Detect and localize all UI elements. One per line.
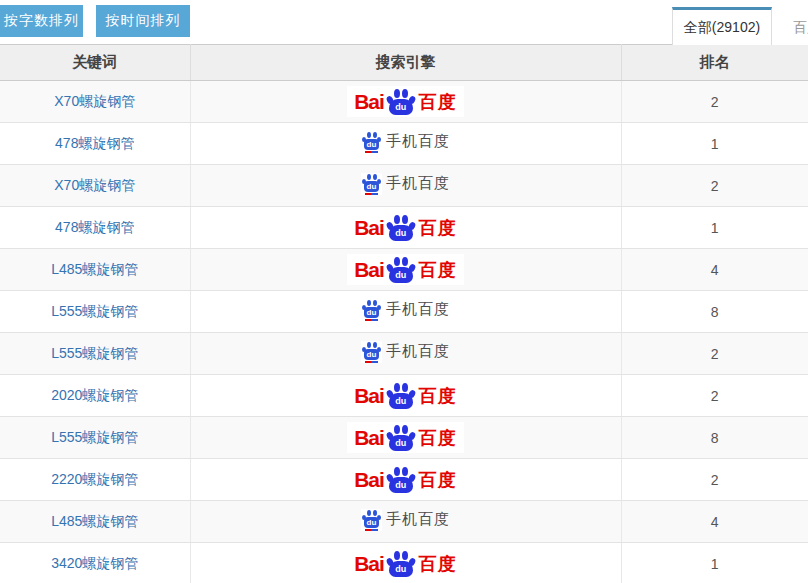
baidu-logo-bai-text: Bai (354, 553, 384, 574)
mobile-baidu-icon: du (361, 173, 382, 195)
rank-value: 2 (711, 346, 719, 362)
keyword-link[interactable]: X70螺旋钢管 (54, 177, 135, 193)
keyword-cell: L555螺旋钢管 (0, 291, 190, 333)
keyword-link[interactable]: X70螺旋钢管 (54, 93, 135, 109)
mobile-baidu-label: 手机百度 (386, 300, 450, 319)
sort-by-words-button[interactable]: 按字数排列 (0, 5, 83, 37)
baidu-logo-bai-text: Bai (354, 91, 384, 112)
table-row: X70螺旋钢管 du 手机百度 2 (0, 165, 808, 207)
table-row: 478螺旋钢管 Bai du 百度 1 (0, 207, 808, 249)
baidu-logo: Bai du 百度 (347, 86, 464, 117)
tab-all[interactable]: 全部(29102) (672, 7, 772, 45)
baidu-logo-cn-text: 百度 (419, 471, 457, 489)
table-row: 2020螺旋钢管 Bai du 百度 2 (0, 375, 808, 417)
baidu-logo-bai-text: Bai (354, 259, 384, 280)
rank-cell: 8 (621, 417, 808, 459)
baidu-paw-icon: du (386, 550, 416, 577)
table-header-row: 关键词 搜索引擎 排名 (0, 45, 808, 81)
baidu-logo-cn-text: 百度 (419, 93, 457, 111)
baidu-paw-icon: du (386, 88, 416, 115)
sort-by-time-button[interactable]: 按时间排列 (96, 5, 190, 37)
keyword-cell: X70螺旋钢管 (0, 81, 190, 123)
table-row: 3420螺旋钢管 Bai du 百度 1 (0, 543, 808, 583)
rank-value: 4 (711, 262, 719, 278)
keyword-link[interactable]: L555螺旋钢管 (51, 429, 138, 445)
engine-cell: Bai du 百度 (190, 543, 621, 583)
engine-cell: Bai du 百度 (190, 375, 621, 417)
rank-cell: 2 (621, 333, 808, 375)
mobile-baidu-icon: du (361, 341, 382, 363)
mobile-baidu: du 手机百度 (361, 173, 450, 195)
rank-cell: 2 (621, 165, 808, 207)
engine-cell: Bai du 百度 (190, 207, 621, 249)
engine-cell: du 手机百度 (190, 291, 621, 333)
keyword-cell: L485螺旋钢管 (0, 501, 190, 543)
table-body: X70螺旋钢管 Bai du 百度 2 478螺旋钢管 (0, 81, 808, 583)
rank-cell: 4 (621, 249, 808, 291)
engine-cell: du 手机百度 (190, 123, 621, 165)
baidu-paw-icon: du (386, 466, 416, 493)
keyword-cell: 2020螺旋钢管 (0, 375, 190, 417)
baidu-paw-icon: du (386, 424, 416, 451)
baidu-logo-bai-text: Bai (354, 385, 384, 406)
baidu-logo: Bai du 百度 (347, 212, 464, 243)
keyword-cell: 3420螺旋钢管 (0, 543, 190, 583)
rank-value: 1 (711, 136, 719, 152)
engine-cell: Bai du 百度 (190, 417, 621, 459)
mobile-baidu: du 手机百度 (361, 341, 450, 363)
rank-value: 2 (711, 178, 719, 194)
baidu-logo-cn-text: 百度 (419, 555, 457, 573)
rank-cell: 2 (621, 375, 808, 417)
baidu-logo-cn-text: 百度 (419, 429, 457, 447)
table-row: 2220螺旋钢管 Bai du 百度 2 (0, 459, 808, 501)
tab-baidu[interactable]: 百度 (772, 7, 808, 45)
rank-cell: 1 (621, 543, 808, 583)
baidu-paw-icon: du (386, 382, 416, 409)
rank-value: 2 (711, 388, 719, 404)
rank-value: 8 (711, 430, 719, 446)
mobile-baidu-label: 手机百度 (386, 174, 450, 193)
keyword-cell: X70螺旋钢管 (0, 165, 190, 207)
keyword-link[interactable]: 3420螺旋钢管 (51, 555, 138, 571)
baidu-logo: Bai du 百度 (347, 422, 464, 453)
toolbar: 按字数排列 按时间排列 全部(29102) 百度 (0, 0, 808, 44)
rank-value: 1 (711, 220, 719, 236)
keyword-link[interactable]: L555螺旋钢管 (51, 345, 138, 361)
engine-cell: du 手机百度 (190, 165, 621, 207)
rank-cell: 1 (621, 123, 808, 165)
keyword-link[interactable]: 478螺旋钢管 (55, 135, 134, 151)
baidu-paw-icon: du (386, 214, 416, 241)
keyword-cell: L555螺旋钢管 (0, 417, 190, 459)
mobile-baidu-label: 手机百度 (386, 510, 450, 529)
engine-cell: du 手机百度 (190, 333, 621, 375)
rank-value: 1 (711, 556, 719, 572)
keyword-link[interactable]: 2020螺旋钢管 (51, 387, 138, 403)
baidu-logo: Bai du 百度 (347, 464, 464, 495)
keyword-link[interactable]: L485螺旋钢管 (51, 261, 138, 277)
baidu-logo-cn-text: 百度 (419, 261, 457, 279)
rank-value: 8 (711, 304, 719, 320)
baidu-logo-cn-text: 百度 (419, 219, 457, 237)
baidu-logo: Bai du 百度 (347, 548, 464, 579)
keyword-link[interactable]: 478螺旋钢管 (55, 219, 134, 235)
engine-cell: Bai du 百度 (190, 249, 621, 291)
mobile-baidu-icon: du (361, 299, 382, 321)
table-row: L485螺旋钢管 du 手机百度 4 (0, 501, 808, 543)
keyword-cell: 478螺旋钢管 (0, 123, 190, 165)
rank-cell: 2 (621, 459, 808, 501)
rank-cell: 8 (621, 291, 808, 333)
keyword-link[interactable]: 2220螺旋钢管 (51, 471, 138, 487)
rank-cell: 2 (621, 81, 808, 123)
rank-cell: 4 (621, 501, 808, 543)
mobile-baidu: du 手机百度 (361, 509, 450, 531)
mobile-baidu-icon: du (361, 131, 382, 153)
table-row: L485螺旋钢管 Bai du 百度 4 (0, 249, 808, 291)
engine-cell: Bai du 百度 (190, 459, 621, 501)
keyword-link[interactable]: L485螺旋钢管 (51, 513, 138, 529)
engine-cell: Bai du 百度 (190, 81, 621, 123)
keyword-link[interactable]: L555螺旋钢管 (51, 303, 138, 319)
rank-value: 2 (711, 94, 719, 110)
table-row: 478螺旋钢管 du 手机百度 1 (0, 123, 808, 165)
rank-value: 2 (711, 472, 719, 488)
rank-cell: 1 (621, 207, 808, 249)
